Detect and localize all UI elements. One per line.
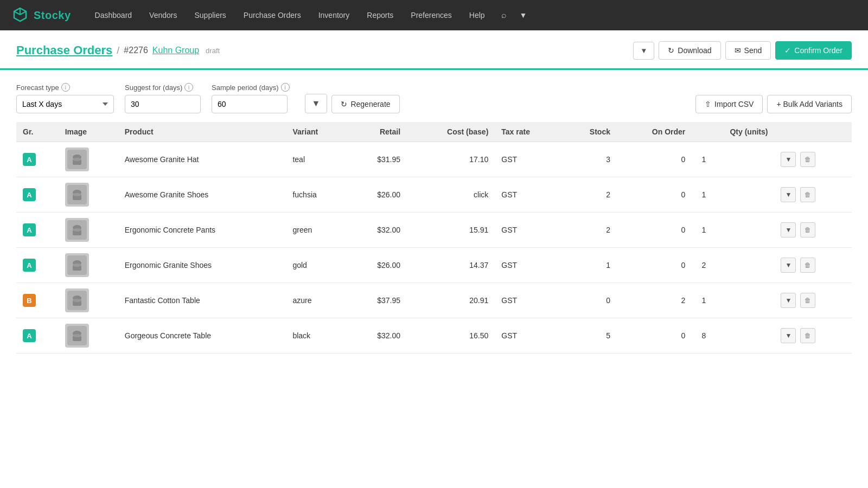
- qty-value: 1: [698, 155, 709, 164]
- cell-group: A: [16, 248, 59, 283]
- sidebar-item-dashboard[interactable]: Dashboard: [87, 7, 140, 24]
- filter-button[interactable]: ▼: [305, 94, 328, 113]
- group-badge: A: [23, 259, 36, 272]
- forecast-type-select[interactable]: Last X days Average daily: [16, 95, 114, 113]
- cell-tax: GST: [495, 177, 562, 213]
- sidebar-item-purchase-orders[interactable]: Purchase Orders: [236, 7, 309, 24]
- qty-value: 1: [698, 296, 709, 305]
- suggest-for-info-icon[interactable]: i: [184, 83, 193, 92]
- svg-point-4: [73, 158, 81, 161]
- logo-text: Stocky: [34, 9, 71, 22]
- cell-stock: 5: [562, 318, 617, 354]
- cell-image: [59, 248, 118, 283]
- search-icon[interactable]: ⌕: [495, 6, 513, 24]
- cell-product: Awesome Granite Shoes: [118, 177, 286, 213]
- supplier-link[interactable]: Kuhn Group: [152, 46, 199, 55]
- sidebar-item-inventory[interactable]: Inventory: [311, 7, 358, 24]
- table-row: A Awesome Granite Shoes fuchsia $26.00 c…: [16, 177, 852, 213]
- cell-cost: 20.91: [407, 283, 495, 318]
- product-image-icon: [67, 150, 87, 169]
- col-product: Product: [118, 122, 286, 142]
- sample-period-group: Sample period (days) i: [212, 83, 290, 113]
- cell-retail: $31.95: [348, 142, 407, 177]
- sidebar-item-preferences[interactable]: Preferences: [403, 7, 459, 24]
- col-qty: Qty (units): [692, 122, 774, 142]
- cell-qty: 1: [692, 177, 774, 213]
- header-actions: ▼ ↻ Download ✉ Send ✓ Confirm Order: [633, 41, 852, 60]
- forecast-type-group: Forecast type i Last X days Average dail…: [16, 83, 114, 113]
- col-image: Image: [59, 122, 118, 142]
- sample-period-info-icon[interactable]: i: [281, 83, 290, 92]
- col-retail: Retail: [348, 122, 407, 142]
- table-row: A Gorgeous Concrete Table black $32.00 1…: [16, 318, 852, 354]
- upload-icon: ⇧: [705, 100, 711, 108]
- table-row: A Ergonomic Concrete Pants green $32.00 …: [16, 213, 852, 248]
- delete-row-button[interactable]: 🗑: [800, 258, 815, 273]
- delete-row-button[interactable]: 🗑: [800, 328, 815, 343]
- sidebar-item-suppliers[interactable]: Suppliers: [187, 7, 233, 24]
- qty-dropdown-button[interactable]: ▼: [781, 328, 796, 343]
- send-button[interactable]: ✉ Send: [725, 41, 771, 60]
- product-image-icon: [67, 255, 87, 275]
- cell-image: [59, 318, 118, 354]
- suggest-for-input[interactable]: [125, 95, 201, 113]
- regenerate-icon: ↻: [341, 100, 347, 108]
- logo-icon: [11, 6, 29, 24]
- bulk-add-variants-button[interactable]: + Bulk Add Variants: [767, 95, 852, 113]
- product-image: [65, 218, 89, 242]
- sidebar-item-help[interactable]: Help: [462, 7, 493, 24]
- cell-tax: GST: [495, 142, 562, 177]
- download-button[interactable]: ↻ Download: [659, 41, 720, 60]
- qty-controls: 1: [698, 155, 768, 164]
- cell-row-actions: ▼ 🗑: [774, 318, 852, 354]
- delete-row-button[interactable]: 🗑: [800, 222, 815, 237]
- qty-value: 1: [698, 226, 709, 234]
- cell-cost: 14.37: [407, 248, 495, 283]
- cell-group: A: [16, 142, 59, 177]
- delete-row-button[interactable]: 🗑: [800, 293, 815, 308]
- sample-period-input[interactable]: [212, 95, 288, 113]
- confirm-order-button[interactable]: ✓ Confirm Order: [775, 41, 852, 60]
- product-image: [65, 253, 89, 277]
- logo[interactable]: Stocky: [11, 6, 71, 24]
- delete-row-button[interactable]: 🗑: [800, 152, 815, 167]
- svg-point-24: [73, 334, 81, 337]
- page-title[interactable]: Purchase Orders: [16, 43, 112, 57]
- cell-row-actions: ▼ 🗑: [774, 142, 852, 177]
- col-actions: [774, 122, 852, 142]
- group-badge: A: [23, 153, 36, 166]
- table-header-row: Gr. Image Product Variant Retail Cost (b…: [16, 122, 852, 142]
- delete-row-button[interactable]: 🗑: [800, 187, 815, 202]
- qty-dropdown-button[interactable]: ▼: [781, 258, 796, 273]
- import-csv-button[interactable]: ⇧ Import CSV: [695, 95, 763, 113]
- qty-dropdown-button[interactable]: ▼: [781, 152, 796, 167]
- qty-controls: 1: [698, 190, 768, 199]
- product-image: [65, 183, 89, 207]
- order-status: draft: [206, 47, 220, 55]
- qty-controls: 1: [698, 296, 768, 305]
- cell-cost: click: [407, 177, 495, 213]
- qty-dropdown-button[interactable]: ▼: [781, 293, 796, 308]
- product-image-icon: [67, 291, 87, 310]
- cell-stock: 2: [562, 213, 617, 248]
- sidebar-item-vendors[interactable]: Vendors: [142, 7, 184, 24]
- forecast-type-info-icon[interactable]: i: [61, 83, 70, 92]
- navbar: Stocky Dashboard Vendors Suppliers Purch…: [0, 0, 868, 30]
- cell-qty: 2: [692, 248, 774, 283]
- cell-on-order: 0: [617, 177, 692, 213]
- cell-tax: GST: [495, 318, 562, 354]
- regenerate-button[interactable]: ↻ Regenerate: [331, 95, 399, 113]
- more-options-button[interactable]: ▼: [633, 42, 654, 60]
- cell-variant: gold: [286, 248, 348, 283]
- suggest-for-group: Suggest for (days) i: [125, 83, 201, 113]
- cell-group: A: [16, 213, 59, 248]
- cell-image: [59, 283, 118, 318]
- sidebar-item-reports[interactable]: Reports: [359, 7, 401, 24]
- qty-dropdown-button[interactable]: ▼: [781, 187, 796, 202]
- nav-dropdown-icon[interactable]: ▼: [515, 7, 532, 24]
- cell-row-actions: ▼ 🗑: [774, 213, 852, 248]
- qty-dropdown-button[interactable]: ▼: [781, 222, 796, 237]
- send-icon: ✉: [735, 46, 741, 55]
- cell-retail: $26.00: [348, 248, 407, 283]
- order-number: #2276: [124, 46, 148, 55]
